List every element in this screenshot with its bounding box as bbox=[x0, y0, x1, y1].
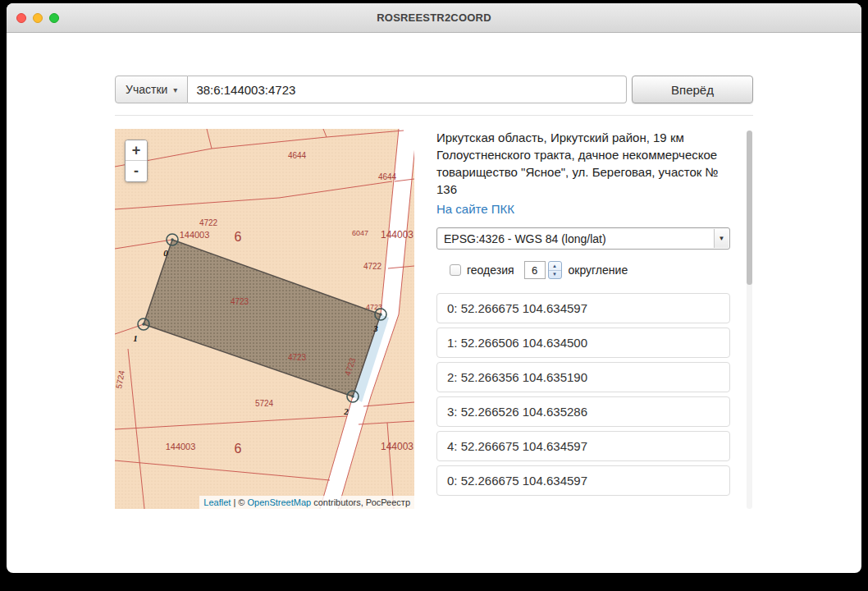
parcel-label: 4722 bbox=[363, 262, 382, 271]
vertex-label: 1 bbox=[133, 333, 138, 343]
attribution-separator: | © bbox=[231, 497, 247, 507]
epsg-select[interactable]: EPSG:4326 - WGS 84 (long/lat) ▼ bbox=[436, 227, 730, 250]
coordinate-row: 1: 52.266506 104.634500 bbox=[436, 328, 730, 358]
rounding-stepper: 6 ▲ ▼ bbox=[524, 261, 562, 279]
fullscreen-button[interactable] bbox=[49, 13, 59, 23]
geodesy-label: геодезия bbox=[467, 263, 514, 277]
map[interactable]: 4644 4644 144003 6 4722 6047 144003 4722… bbox=[115, 129, 414, 509]
parcel-type-label: Участки bbox=[126, 83, 167, 96]
zoom-out-button[interactable]: - bbox=[126, 161, 147, 181]
zoom-in-button[interactable]: + bbox=[126, 140, 147, 161]
coordinates-list: 0: 52.266675 104.634597 1: 52.266506 104… bbox=[436, 293, 730, 496]
parcel-label: 6 bbox=[235, 442, 242, 456]
options-row: геодезия 6 ▲ ▼ округление bbox=[436, 261, 730, 279]
attribution-suffix: contributors, РосРеестр bbox=[311, 497, 410, 507]
parcel-label: 144003 bbox=[180, 230, 210, 240]
caret-down-icon: ▾ bbox=[173, 85, 177, 94]
forward-button[interactable]: Вперёд bbox=[632, 76, 753, 103]
coordinate-row: 0: 52.266675 104.634597 bbox=[436, 465, 730, 496]
zoom-control: + - bbox=[125, 140, 148, 182]
rounding-label: округление bbox=[569, 263, 628, 277]
address-text: Иркутская область, Иркутский район, 19 к… bbox=[436, 129, 730, 198]
epsg-selected-option: EPSG:4326 - WGS 84 (long/lat) bbox=[444, 232, 606, 245]
parcel-label: 6047 bbox=[352, 229, 368, 237]
window-content: Участки ▾ Вперёд bbox=[7, 33, 861, 509]
parcel-label: 144003 bbox=[166, 442, 196, 451]
parcel-label: 4644 bbox=[288, 151, 307, 160]
window-title: ROSREESTR2COORD bbox=[377, 11, 491, 24]
parcel-type-dropdown[interactable]: Участки ▾ bbox=[115, 76, 188, 103]
coordinate-row: 0: 52.266675 104.634597 bbox=[436, 293, 730, 323]
coordinate-row: 4: 52.266675 104.634597 bbox=[436, 431, 730, 461]
parcel-label: 4723 bbox=[288, 353, 307, 362]
coordinate-row: 2: 52.266356 104.635190 bbox=[436, 362, 730, 392]
toolbar: Участки ▾ Вперёд bbox=[115, 76, 753, 103]
stepper-down-icon[interactable]: ▼ bbox=[549, 271, 561, 279]
cadastral-number-input[interactable] bbox=[188, 76, 627, 103]
traffic-lights bbox=[16, 13, 59, 23]
scrollbar-thumb[interactable] bbox=[747, 131, 752, 285]
stepper-up-icon[interactable]: ▲ bbox=[549, 262, 561, 271]
rounding-value[interactable]: 6 bbox=[524, 261, 546, 279]
select-arrow-icon: ▼ bbox=[714, 229, 729, 248]
parcel-label: 4722 bbox=[199, 218, 218, 227]
vertex-label: 0 bbox=[163, 248, 168, 258]
app-window: ROSREESTR2COORD Участки ▾ Вперёд bbox=[7, 3, 861, 573]
vertex-label: 2 bbox=[343, 406, 349, 416]
parcel-label: 4644 bbox=[378, 172, 397, 181]
toolbar-divider bbox=[115, 115, 753, 116]
result-panel: Иркутская область, Иркутский район, 19 к… bbox=[436, 129, 753, 509]
vertex-label: 3 bbox=[372, 323, 378, 333]
parcel-label: 144003 bbox=[381, 441, 413, 452]
titlebar: ROSREESTR2COORD bbox=[7, 3, 861, 33]
leaflet-link[interactable]: Leaflet bbox=[203, 497, 231, 507]
parcel-label: 5724 bbox=[255, 399, 274, 408]
parcel-label: 6 bbox=[235, 230, 242, 244]
coordinate-row: 3: 52.266526 104.635286 bbox=[436, 396, 730, 427]
close-button[interactable] bbox=[16, 13, 26, 23]
parcel-label: 4723 bbox=[231, 297, 249, 306]
map-canvas: 4644 4644 144003 6 4722 6047 144003 4722… bbox=[115, 129, 414, 509]
osm-link[interactable]: OpenStreetMap bbox=[247, 497, 311, 507]
parcel-label: 144003 bbox=[381, 229, 413, 241]
parcel-label: 4723 bbox=[366, 303, 382, 311]
pkk-site-link[interactable]: На сайте ПКК bbox=[436, 202, 514, 216]
map-attribution: Leaflet | © OpenStreetMap contributors, … bbox=[199, 496, 414, 509]
minimize-button[interactable] bbox=[33, 13, 43, 23]
geodesy-checkbox[interactable] bbox=[450, 264, 461, 276]
